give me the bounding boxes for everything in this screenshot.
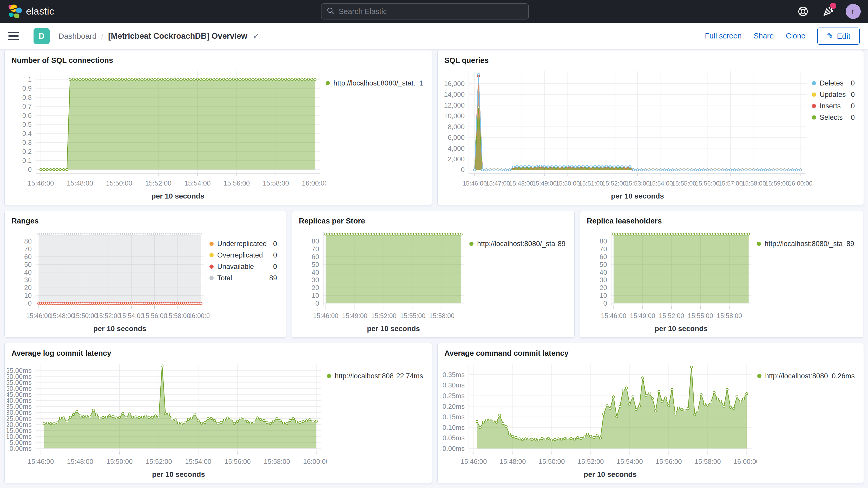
svg-text:15:52:00: 15:52:00: [96, 312, 121, 319]
edit-button[interactable]: ✎ Edit: [817, 28, 860, 45]
space-avatar[interactable]: D: [33, 28, 50, 44]
legend-item[interactable]: http://localhost:808...22.74ms: [327, 371, 423, 381]
svg-text:0.00ms: 0.00ms: [442, 445, 465, 452]
chart-canvas[interactable]: 02,0004,0006,0008,00010,00012,00014,0001…: [440, 66, 812, 203]
svg-text:15:56:00: 15:56:00: [223, 179, 250, 187]
breadcrumb-dashboard[interactable]: Dashboard: [59, 32, 97, 40]
clone-button[interactable]: Clone: [786, 32, 805, 40]
legend-label: http://localhost:8080...: [765, 372, 829, 380]
svg-text:15:50:00: 15:50:00: [556, 180, 580, 187]
header-icons: r: [796, 4, 861, 19]
chart-replicas-per-store[interactable]: 0102030405060708015:46:0015:49:0015:52:0…: [294, 227, 469, 336]
toolbar: D Dashboard / [Metricbeat CockroachDB] O…: [0, 23, 868, 49]
legend-item[interactable]: Selects0: [812, 113, 855, 122]
svg-text:60: 60: [599, 253, 607, 261]
svg-text:15:53:00: 15:53:00: [625, 180, 649, 187]
legend-item[interactable]: http://localhost:8080...0.26ms: [757, 371, 855, 381]
chart-ranges[interactable]: 0102030405060708015:46:0015:48:0015:50:0…: [7, 227, 210, 336]
legend-item[interactable]: http://localhost:8080/_sta...89: [469, 239, 565, 248]
panel-replica-leaseholders: Replica leaseholders 0102030405060708015…: [580, 211, 863, 338]
svg-text:8,000: 8,000: [448, 123, 465, 131]
legend-item[interactable]: http://localhost:8080/_stat...1: [326, 79, 423, 88]
svg-text:30: 30: [599, 276, 607, 284]
legend-item[interactable]: Underreplicated0: [210, 239, 277, 248]
svg-text:50: 50: [312, 261, 319, 268]
panel-title: Replica leaseholders: [580, 211, 863, 227]
legend-value: 0: [851, 91, 855, 99]
svg-text:15:52:00: 15:52:00: [145, 179, 172, 187]
legend-value: 89: [269, 274, 277, 282]
svg-text:0: 0: [28, 165, 32, 173]
chart-number-of-sql-connections[interactable]: 00.10.20.30.40.50.60.70.80.9115:46:0015:…: [7, 66, 326, 203]
legend-series-dot-icon: [757, 374, 762, 378]
chart-canvas[interactable]: 0.00ms0.05ms0.10ms0.15ms0.20ms0.25ms0.30…: [440, 359, 757, 482]
chart-canvas[interactable]: 0102030405060708015:46:0015:48:0015:50:0…: [7, 227, 210, 336]
svg-text:15:48:00: 15:48:00: [67, 179, 93, 187]
chart-canvas[interactable]: 0.00ms5.00ms10.00ms15.00ms20.00ms25.00ms…: [7, 359, 327, 482]
chart-sql-queries[interactable]: 02,0004,0006,0008,00010,00012,00014,0001…: [440, 66, 812, 203]
user-avatar[interactable]: r: [846, 4, 861, 19]
svg-text:6,000: 6,000: [448, 133, 465, 141]
svg-text:50: 50: [24, 261, 32, 268]
legend-series-dot-icon: [210, 242, 214, 246]
chart-canvas[interactable]: 00.10.20.30.40.50.60.70.80.9115:46:0015:…: [7, 66, 326, 203]
chart-average-log-commit-latency[interactable]: 0.00ms5.00ms10.00ms15.00ms20.00ms25.00ms…: [7, 359, 327, 482]
legend-label: http://localhost:8080/_stat...: [334, 79, 416, 87]
svg-text:80: 80: [24, 237, 32, 245]
news-feed-icon[interactable]: [821, 4, 835, 19]
svg-text:15:57:00: 15:57:00: [718, 180, 742, 187]
full-screen-button[interactable]: Full screen: [705, 32, 742, 40]
svg-text:80: 80: [599, 237, 607, 245]
legend-item[interactable]: http://localhost:8080/_sta...89: [757, 239, 854, 248]
svg-text:15:52:00: 15:52:00: [602, 180, 626, 187]
svg-text:15:55:00: 15:55:00: [672, 180, 696, 187]
legend-value: 89: [558, 240, 565, 248]
legend-item[interactable]: Deletes0: [812, 79, 855, 88]
legend-value: 0: [851, 79, 855, 87]
search-input[interactable]: [339, 7, 523, 16]
svg-text:15:49:00: 15:49:00: [342, 312, 367, 319]
legend-series-dot-icon: [326, 81, 330, 85]
legend-item[interactable]: Updates0: [812, 90, 855, 99]
page-title[interactable]: [Metricbeat CockroachDB] Overview: [108, 31, 247, 41]
svg-text:15:55:00: 15:55:00: [688, 312, 713, 319]
svg-text:0.2: 0.2: [22, 148, 32, 155]
chart-average-command-commit-latency[interactable]: 0.00ms0.05ms0.10ms0.15ms0.20ms0.25ms0.30…: [440, 359, 757, 482]
svg-text:15:48:00: 15:48:00: [499, 458, 526, 465]
svg-text:15:55:00: 15:55:00: [400, 312, 426, 319]
svg-text:15:58:00: 15:58:00: [429, 312, 455, 319]
svg-text:15:48:00: 15:48:00: [509, 180, 533, 187]
chart-canvas[interactable]: 0102030405060708015:46:0015:49:0015:52:0…: [582, 227, 757, 336]
svg-text:per 10 seconds: per 10 seconds: [655, 325, 708, 333]
chart-legend: http://localhost:8080...0.26ms: [757, 359, 860, 482]
panel-title: Ranges: [5, 211, 286, 227]
legend-value: 89: [846, 240, 854, 248]
svg-text:65.00ms: 65.00ms: [7, 367, 32, 374]
legend-label: Overreplicated: [217, 251, 270, 259]
svg-text:15:56:00: 15:56:00: [695, 180, 719, 187]
edit-button-label: Edit: [837, 32, 850, 40]
svg-text:1: 1: [28, 75, 32, 83]
legend-item[interactable]: Unavailable0: [210, 262, 277, 271]
share-button[interactable]: Share: [754, 32, 774, 40]
legend-value: 1: [419, 79, 423, 87]
legend-label: Total: [217, 274, 266, 282]
legend-item[interactable]: Inserts0: [812, 101, 855, 111]
legend-value: 0.26ms: [832, 372, 855, 380]
legend-item[interactable]: Overreplicated0: [210, 250, 277, 260]
chart-legend: Underreplicated0Overreplicated0Unavailab…: [210, 227, 282, 336]
svg-text:0.25ms: 0.25ms: [442, 392, 465, 400]
elastic-brand[interactable]: elastic: [7, 4, 54, 19]
svg-text:12,000: 12,000: [444, 101, 465, 109]
chart-replica-leaseholders[interactable]: 0102030405060708015:46:0015:49:0015:52:0…: [582, 227, 757, 336]
svg-text:10: 10: [312, 292, 319, 299]
global-search-box[interactable]: [321, 3, 529, 20]
legend-item[interactable]: Total89: [210, 273, 277, 283]
panel-title: Replicas per Store: [292, 211, 574, 227]
svg-text:15:52:00: 15:52:00: [146, 458, 172, 465]
help-icon[interactable]: [796, 4, 810, 19]
chart-canvas[interactable]: 0102030405060708015:46:0015:49:0015:52:0…: [294, 227, 469, 336]
panel-title: Number of SQL connections: [5, 51, 432, 66]
svg-text:15:49:00: 15:49:00: [630, 312, 655, 319]
menu-icon[interactable]: [8, 32, 19, 40]
